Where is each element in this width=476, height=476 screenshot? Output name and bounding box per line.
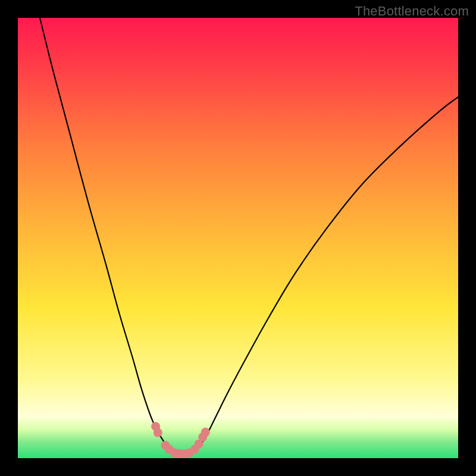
plot-area — [18, 18, 458, 458]
watermark-text: TheBottleneck.com — [355, 4, 469, 19]
bottleneck-curve-chart — [18, 18, 458, 458]
gradient-background — [18, 18, 458, 458]
data-marker — [201, 428, 210, 437]
chart-frame: TheBottleneck.com — [0, 0, 476, 476]
data-marker — [154, 428, 162, 437]
